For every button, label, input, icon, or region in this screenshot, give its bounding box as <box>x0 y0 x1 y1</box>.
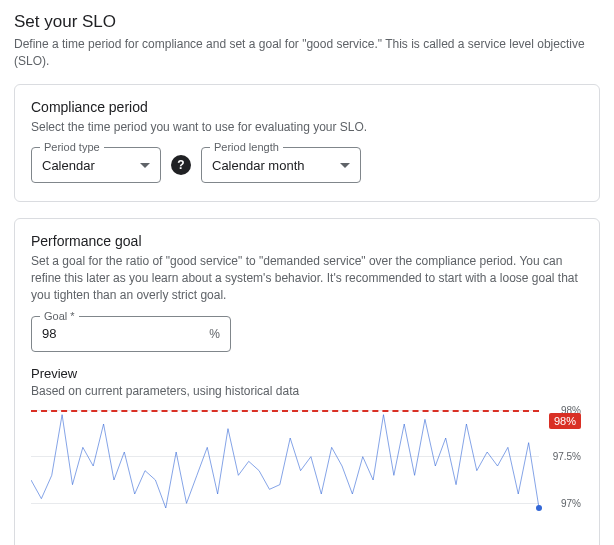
chart-end-dot <box>536 505 542 511</box>
period-length-select[interactable]: Period length Calendar month <box>201 147 361 183</box>
period-type-select[interactable]: Period type Calendar <box>31 147 161 183</box>
page-subtitle: Define a time period for compliance and … <box>14 36 600 70</box>
compliance-title: Compliance period <box>31 99 583 115</box>
chart-line <box>31 410 539 545</box>
y-tick-label: 97.5% <box>553 451 581 462</box>
page-title: Set your SLO <box>14 12 600 32</box>
goal-label: Goal * <box>40 310 79 322</box>
period-type-value: Calendar <box>42 158 132 173</box>
goal-field[interactable]: Goal * % <box>31 316 231 352</box>
chevron-down-icon <box>140 163 150 168</box>
period-length-value: Calendar month <box>212 158 332 173</box>
goal-unit: % <box>209 327 220 341</box>
performance-card: Performance goal Set a goal for the rati… <box>14 218 600 545</box>
compliance-card: Compliance period Select the time period… <box>14 84 600 203</box>
performance-title: Performance goal <box>31 233 583 249</box>
performance-desc: Set a goal for the ratio of "good servic… <box>31 253 583 303</box>
chevron-down-icon <box>340 163 350 168</box>
goal-badge: 98% <box>549 413 581 429</box>
y-tick-label: 97% <box>561 497 581 508</box>
goal-input[interactable] <box>42 326 209 341</box>
preview-title: Preview <box>31 366 583 381</box>
period-type-label: Period type <box>40 141 104 153</box>
period-length-label: Period length <box>210 141 283 153</box>
help-icon[interactable]: ? <box>171 155 191 175</box>
preview-desc: Based on current parameters, using histo… <box>31 383 583 400</box>
compliance-desc: Select the time period you want to use f… <box>31 119 583 136</box>
preview-chart: 96.5%97%97.5%98%98% UTC-47:50 PM8:00 PM8… <box>31 410 583 545</box>
